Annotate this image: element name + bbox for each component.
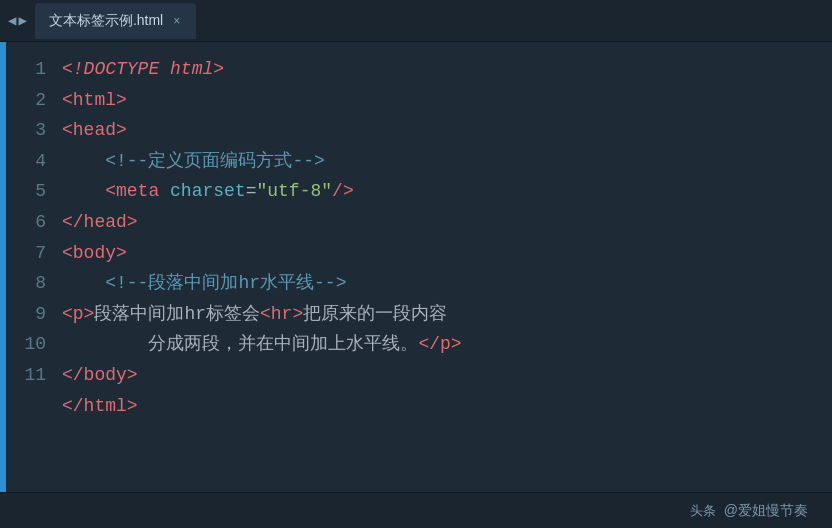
tab-filename: 文本标签示例.html (49, 12, 163, 30)
code-line-3: <head> (62, 115, 832, 146)
line-num-1: 1 (14, 54, 46, 85)
line-num-2: 2 (14, 85, 46, 116)
code-line-5: <meta charset="utf-8"/> (62, 176, 832, 207)
line-num-6: 6 (14, 207, 46, 238)
author-label: @爱姐慢节奏 (724, 502, 808, 518)
code-line-7: <body> (62, 238, 832, 269)
nav-left-icon[interactable]: ◀ (8, 12, 16, 29)
line-num-8: 8 (14, 268, 46, 299)
line-num-7: 7 (14, 238, 46, 269)
tab-item[interactable]: 文本标签示例.html × (35, 3, 196, 39)
watermark: 头条 @爱姐慢节奏 (690, 502, 808, 520)
code-content: <!DOCTYPE html> <html> <head> <!--定义页面编码… (62, 50, 832, 484)
line-num-10: 10 (14, 329, 46, 360)
platform-label: 头条 (690, 503, 716, 518)
code-line-9: <p>段落中间加hr标签会<hr>把原来的一段内容 分成两段，并在中间加上水平线… (62, 299, 832, 360)
tab-bar: ◀ ▶ 文本标签示例.html × (0, 0, 832, 42)
code-line-8: <!--段落中间加hr水平线--> (62, 268, 832, 299)
code-line-11: </html> (62, 391, 832, 422)
tab-nav-arrows[interactable]: ◀ ▶ (8, 12, 27, 29)
line-num-3: 3 (14, 115, 46, 146)
code-line-6: </head> (62, 207, 832, 238)
code-editor: 1 2 3 4 5 6 7 8 9 10 11 <!DOCTYPE html> … (6, 42, 832, 492)
code-line-1: <!DOCTYPE html> (62, 54, 832, 85)
code-line-10: </body> (62, 360, 832, 391)
editor-container: ◀ ▶ 文本标签示例.html × 1 2 3 4 5 6 7 8 9 10 (0, 0, 832, 528)
line-numbers: 1 2 3 4 5 6 7 8 9 10 11 (6, 50, 62, 484)
line-num-11: 11 (14, 360, 46, 391)
line-num-4: 4 (14, 146, 46, 177)
nav-right-icon[interactable]: ▶ (18, 12, 26, 29)
code-line-2: <html> (62, 85, 832, 116)
line-num-9: 9 (14, 299, 46, 330)
code-line-4: <!--定义页面编码方式--> (62, 146, 832, 177)
line-num-5: 5 (14, 176, 46, 207)
tab-close-button[interactable]: × (173, 15, 180, 27)
footer: 头条 @爱姐慢节奏 (0, 492, 832, 528)
